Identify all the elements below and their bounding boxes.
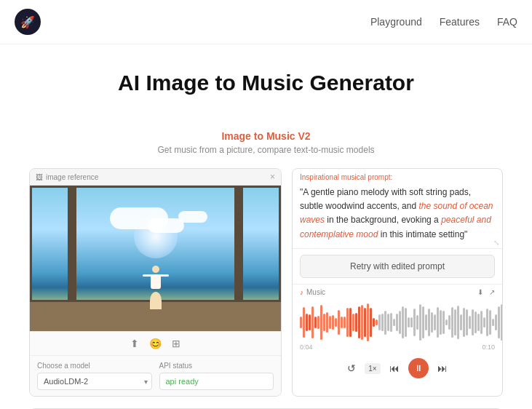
figure-arms	[143, 274, 169, 277]
wave-bar	[358, 306, 360, 338]
wave-bar	[332, 315, 334, 330]
time-total: 0:10	[482, 344, 495, 351]
wave-bar	[469, 316, 471, 329]
cloud3	[178, 211, 207, 223]
wave-bar	[434, 314, 436, 331]
nav-features[interactable]: Features	[440, 16, 480, 28]
forward-button[interactable]: ⏭	[437, 362, 448, 374]
model-select-wrap: AudioLDM-2	[37, 373, 152, 390]
wave-bar	[390, 313, 392, 333]
wave-bar	[448, 315, 450, 330]
download-icon[interactable]: ⬇	[477, 288, 483, 296]
wave-bar	[413, 309, 416, 335]
room-floor	[30, 302, 281, 331]
nav-playground[interactable]: Playground	[370, 16, 422, 28]
wave-bar	[349, 308, 352, 338]
wave-bar	[378, 314, 381, 330]
wave-bar	[384, 311, 386, 335]
wave-bar	[410, 317, 413, 327]
wave-bar	[393, 319, 395, 326]
wave-bar	[445, 319, 448, 325]
share-icon[interactable]: ↗	[489, 288, 495, 296]
logo[interactable]: 🚀	[15, 9, 41, 35]
wave-bar	[431, 312, 433, 333]
wave-bar	[361, 305, 363, 341]
api-label: API status	[159, 362, 274, 370]
wave-bar	[300, 317, 302, 327]
wave-bar	[399, 311, 401, 334]
wave-bar	[486, 309, 488, 335]
nav-faq[interactable]: FAQ	[497, 16, 517, 28]
edit-icon[interactable]: 😊	[149, 338, 162, 349]
wave-bar	[352, 314, 354, 331]
image-label-bar: 🖼 image reference ×	[30, 169, 281, 186]
wave-bar	[408, 317, 410, 327]
speed-badge[interactable]: 1×	[365, 363, 380, 374]
loop-button[interactable]: ↺	[347, 362, 356, 374]
prompt-text-part3: in this intimate setting"	[378, 229, 467, 239]
wave-bar	[344, 317, 346, 328]
music-header-left: ♪ Music	[300, 288, 325, 296]
wave-bar	[309, 314, 311, 331]
wave-bar	[460, 314, 462, 330]
nav-links: Playground Features FAQ	[370, 16, 517, 28]
wave-bar	[306, 314, 308, 332]
music-note-icon: ♪	[300, 288, 303, 296]
wave-bar	[329, 316, 331, 329]
close-icon[interactable]: ×	[270, 172, 275, 182]
wave-bar	[323, 314, 325, 332]
prompt-label: Inspirational musical prompt:	[293, 169, 502, 183]
api-status-group: API status api ready	[159, 362, 274, 390]
wave-bar	[437, 307, 439, 338]
wave-bar	[320, 305, 322, 340]
wave-bar	[338, 310, 340, 335]
figure	[148, 266, 163, 291]
wave-bar	[335, 318, 337, 327]
wave-bar	[373, 318, 375, 327]
wave-bar	[422, 306, 424, 338]
wave-bar	[501, 304, 502, 341]
wave-bar	[454, 309, 456, 335]
model-select[interactable]: AudioLDM-2	[37, 373, 152, 390]
prompt-text-part2: in the background, evoking a	[325, 215, 441, 225]
image-label-text: image reference	[46, 173, 98, 181]
wave-bar	[419, 304, 421, 341]
wave-bar	[428, 309, 430, 337]
wave-bar	[451, 307, 453, 338]
wave-bar	[463, 308, 465, 338]
wave-bar	[370, 308, 372, 338]
navbar: 🚀 Playground Features FAQ	[0, 0, 532, 44]
wave-bar	[498, 306, 500, 339]
pause-button[interactable]: ⏸	[408, 358, 429, 378]
waveform[interactable]	[293, 300, 502, 344]
wave-bar	[495, 314, 497, 330]
wave-bar	[367, 303, 369, 341]
retry-button[interactable]: Retry with edited prompt	[300, 255, 495, 278]
rewind-button[interactable]: ⏮	[389, 362, 400, 374]
wave-bar	[341, 317, 343, 329]
wave-bar	[376, 319, 378, 326]
resize-handle[interactable]: ⤡	[493, 239, 499, 247]
upload-icon[interactable]: ⬆	[130, 338, 139, 349]
left-panel: 🖼 image reference ×	[29, 168, 282, 397]
subtitle-title: Image to Music V2	[0, 130, 532, 142]
wave-bar	[381, 314, 384, 332]
wave-bar	[475, 311, 477, 334]
wave-bar	[314, 317, 317, 328]
wave-bar	[402, 306, 404, 339]
anime-image	[30, 186, 281, 331]
music-header: ♪ Music ⬇ ↗	[293, 285, 502, 300]
model-group: Choose a model AudioLDM-2	[37, 362, 152, 390]
image-icon: 🖼	[36, 173, 43, 181]
wave-bar	[466, 309, 468, 335]
wave-bar	[492, 319, 494, 325]
wave-bar	[457, 306, 459, 339]
wave-bar	[346, 308, 349, 337]
more-icon[interactable]: ⊞	[172, 338, 180, 349]
subtitle-section: Image to Music V2 Get music from a pictu…	[0, 130, 532, 155]
wave-bar	[355, 313, 357, 332]
figure-body	[151, 274, 161, 289]
cloud2	[148, 218, 184, 233]
wave-bar	[442, 311, 445, 334]
main-panel: 🖼 image reference ×	[0, 168, 532, 397]
